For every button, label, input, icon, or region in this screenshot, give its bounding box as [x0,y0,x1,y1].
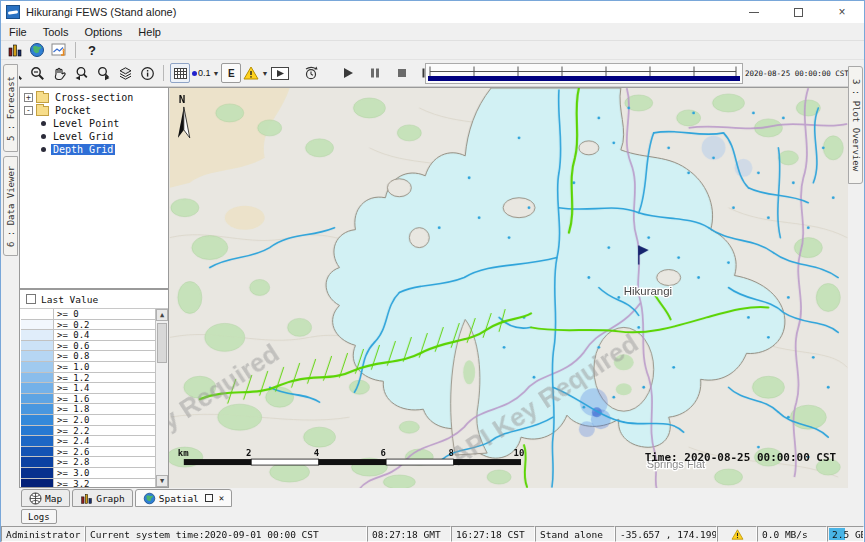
app-window: Hikurangi FEWS (Stand alone) × File Tool… [0,0,865,542]
tab-map[interactable]: Map [21,489,70,507]
tree-node-cross-section[interactable]: + Cross-section [20,91,168,104]
legend-label: >= 2.8 [54,457,155,467]
help-button[interactable]: ? [82,40,102,60]
thresholds-button[interactable]: ▼ [243,63,268,83]
grid-display-button[interactable] [170,63,190,83]
zoom-next-button[interactable] [93,63,113,83]
legend-label: >= 1.0 [54,362,155,372]
toolbar-separator [163,65,164,81]
bullet-icon [41,147,46,152]
tree-node-label-selected: Depth Grid [51,144,115,155]
status-local-time: 16:27:18 CST [451,526,535,542]
stop-button[interactable] [392,63,412,83]
legend-row: >= 0.8 [21,351,155,362]
zoom-next-icon [96,66,111,81]
scroll-down-icon[interactable]: ▼ [156,475,168,487]
document-tabs: Map Graph Spatial ✕ [21,489,232,507]
zoom-previous-button[interactable] [71,63,91,83]
logs-button[interactable]: Logs [21,509,57,524]
legend-row: >= 2.4 [21,436,155,447]
layers-icon [118,66,133,81]
scroll-thumb[interactable] [157,323,167,363]
menu-file[interactable]: File [1,23,35,40]
menu-bar: File Tools Options Help [1,23,864,41]
toolbar-separator [75,42,76,58]
folder-icon [36,93,49,103]
data-display-button[interactable] [5,40,25,60]
contour-interval-button[interactable]: 0.1 ▼ [192,63,219,83]
legend-swatch [21,362,54,372]
tree-node-depth-grid[interactable]: Depth Grid [20,143,168,156]
legend-label: >= 0 [54,309,155,319]
minimize-button[interactable] [732,1,776,23]
collapse-icon[interactable]: - [24,106,33,115]
tab-graph[interactable]: Graph [72,489,133,507]
legend-row: >= 3.2 [21,479,155,489]
legend-swatch [21,383,54,393]
legend-row: >= 3.0 [21,468,155,479]
boxed-play-icon [271,67,289,80]
tree-node-pocket[interactable]: - Pocket [20,104,168,117]
animation-player-button[interactable] [270,63,290,83]
legend-swatch [21,320,54,330]
last-value-checkbox[interactable] [26,294,36,304]
menu-options[interactable]: Options [76,23,130,40]
legend-label: >= 2.0 [54,415,155,425]
last-value-label: Last Value [41,294,98,305]
warning-triangle-icon [731,529,744,540]
status-system-time: Current system time:2020-09-01 00:00 CST [85,526,367,542]
tab-plot-overview[interactable]: 3 : Plot Overview [848,66,863,184]
zoom-out-button[interactable] [27,63,47,83]
status-warning[interactable] [717,526,757,542]
spatial-display-button[interactable] [27,40,47,60]
status-memory: 2.5 GB [827,526,864,542]
menu-help[interactable]: Help [130,23,169,40]
tab-label: Map [45,493,62,504]
legend-scrollbar[interactable]: ▲ ▼ [155,309,168,487]
legend-row: >= 0.6 [21,341,155,352]
map-toolbar: 0.1 ▼ E ▼ [1,60,864,87]
warning-triangle-icon [243,66,259,80]
animation-settings-button[interactable] [301,63,321,83]
info-button[interactable] [137,63,157,83]
legend-label: >= 0.2 [54,320,155,330]
menu-tools[interactable]: Tools [35,23,77,40]
maximize-button[interactable] [776,1,820,23]
time-slider[interactable] [425,63,743,84]
label-toggle-button[interactable]: E [221,63,241,83]
expand-icon[interactable]: + [24,93,33,102]
scale-unit: km [178,448,189,458]
tree-node-level-grid[interactable]: Level Grid [20,130,168,143]
scale-tick: 2 [246,448,251,458]
stop-icon [396,67,408,79]
timeline-extent-bar [428,76,740,81]
tab-restore-icon[interactable] [205,494,213,502]
tab-label: Spatial [159,493,199,504]
scroll-up-icon[interactable]: ▲ [156,309,168,321]
legend-swatch [21,426,54,436]
tree-node-level-point[interactable]: Level Point [20,117,168,130]
status-bar: Administrator Current system time:2020-0… [1,526,864,542]
map-view[interactable]: API Key Required API Key Required Hikura… [169,87,848,488]
tab-data-viewer[interactable]: 6 : Data Viewer [3,156,18,256]
tab-forecast[interactable]: 5 : Forecast [3,64,18,152]
chevron-down-icon: ▼ [261,70,268,77]
folder-icon [36,106,49,116]
tab-spatial[interactable]: Spatial ✕ [135,489,232,507]
toolbar-datetime: 2020-08-25 00:00:00 CST [745,69,849,78]
tab-close-icon[interactable]: ✕ [219,493,224,503]
legend-label: >= 1.4 [54,383,155,393]
close-button[interactable]: × [820,1,864,23]
last-value-row: Last Value [20,290,168,309]
play-button[interactable] [338,63,358,83]
pause-button[interactable] [365,63,385,83]
legend-row: >= 1.6 [21,394,155,405]
layers-button[interactable] [115,63,135,83]
left-tab-strip: 5 : Forecast 6 : Data Viewer [1,60,19,526]
clock-refresh-icon [303,65,319,81]
legend-swatch [21,309,54,319]
pan-button[interactable] [49,63,69,83]
window-controls: × [732,1,864,23]
timeseries-button[interactable] [49,40,69,60]
right-tab-strip: 3 : Plot Overview [848,60,864,526]
